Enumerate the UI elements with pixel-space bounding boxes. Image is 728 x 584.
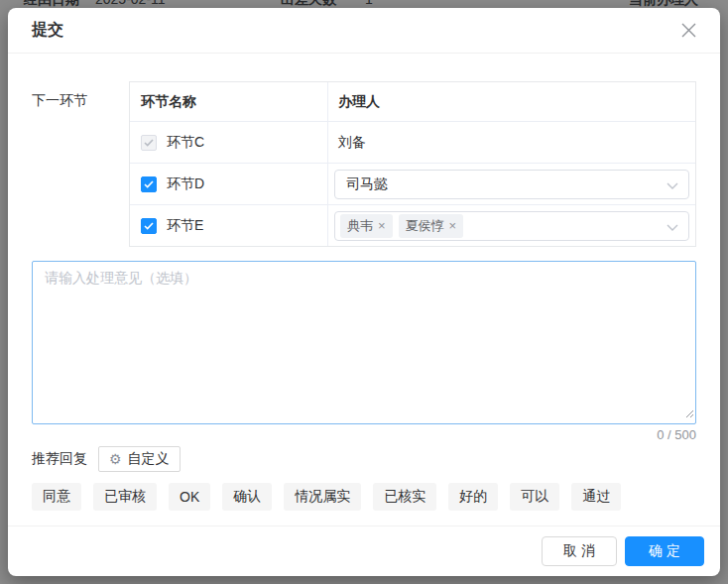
quick-reply-chip[interactable]: 已审核 <box>93 483 157 511</box>
select-value: 司马懿 <box>346 175 388 193</box>
dialog-header: 提交 <box>8 8 720 54</box>
step-name: 环节E <box>167 217 203 235</box>
column-header-handler: 办理人 <box>328 82 695 121</box>
chevron-down-icon <box>667 218 678 234</box>
quick-reply-chip[interactable]: OK <box>169 483 210 511</box>
handler-multiselect[interactable]: 典韦 × 夏侯惇 × <box>334 211 689 241</box>
quick-reply-chip[interactable]: 同意 <box>32 483 81 511</box>
cancel-button[interactable]: 取 消 <box>542 536 617 566</box>
next-step-label: 下一环节 <box>32 81 129 247</box>
remove-tag-icon[interactable]: × <box>449 219 457 232</box>
tag-label: 典韦 <box>347 217 373 235</box>
quick-reply-list: 同意 已审核 OK 确认 情况属实 已核实 好的 可以 通过 <box>32 483 696 511</box>
quick-reply-chip[interactable]: 情况属实 <box>284 483 361 511</box>
handler-tag: 典韦 × <box>340 214 393 238</box>
table-row: 环节C 刘备 <box>130 122 695 164</box>
checkbox-step-c <box>141 135 157 151</box>
step-name: 环节C <box>167 134 204 152</box>
dialog-body: 下一环节 环节名称 办理人 环节C 刘备 <box>8 54 720 526</box>
checkbox-step-e[interactable] <box>141 218 157 234</box>
quick-reply-chip[interactable]: 通过 <box>571 483 621 511</box>
remove-tag-icon[interactable]: × <box>378 219 386 232</box>
suggest-reply-label: 推荐回复 <box>32 450 87 468</box>
column-header-step: 环节名称 <box>130 82 328 121</box>
comment-input[interactable] <box>32 261 696 424</box>
char-counter: 0 / 500 <box>32 427 696 445</box>
tag-label: 夏侯惇 <box>406 217 444 235</box>
check-icon <box>144 222 154 230</box>
dialog-title: 提交 <box>32 20 63 41</box>
chevron-down-icon <box>667 176 678 192</box>
quick-reply-chip[interactable]: 已核实 <box>373 483 436 511</box>
submit-dialog: 提交 下一环节 环节名称 办理人 环节C <box>8 8 720 576</box>
quick-reply-chip[interactable]: 可以 <box>510 483 559 511</box>
dialog-footer: 取 消 确 定 <box>8 526 720 576</box>
handler-name: 刘备 <box>338 134 366 152</box>
quick-reply-chip[interactable]: 好的 <box>448 483 498 511</box>
checkbox-step-d[interactable] <box>141 176 157 192</box>
table-row: 环节D 司马懿 <box>130 164 695 205</box>
gear-icon: ⚙ <box>109 452 122 466</box>
quick-reply-chip[interactable]: 确认 <box>222 483 272 511</box>
check-icon <box>144 139 154 147</box>
resize-handle-icon[interactable] <box>685 405 694 422</box>
table-row: 环节E 典韦 × 夏侯惇 × <box>130 205 695 246</box>
handler-select[interactable]: 司马懿 <box>334 170 689 199</box>
steps-table: 环节名称 办理人 环节C 刘备 <box>129 81 696 247</box>
handler-tag: 夏侯惇 × <box>399 214 464 238</box>
table-header-row: 环节名称 办理人 <box>130 82 695 122</box>
step-name: 环节D <box>167 175 204 193</box>
check-icon <box>144 180 154 188</box>
custom-reply-label: 自定义 <box>128 450 170 468</box>
custom-reply-button[interactable]: ⚙ 自定义 <box>98 446 181 472</box>
close-icon[interactable] <box>678 21 698 41</box>
confirm-button[interactable]: 确 定 <box>625 536 704 566</box>
